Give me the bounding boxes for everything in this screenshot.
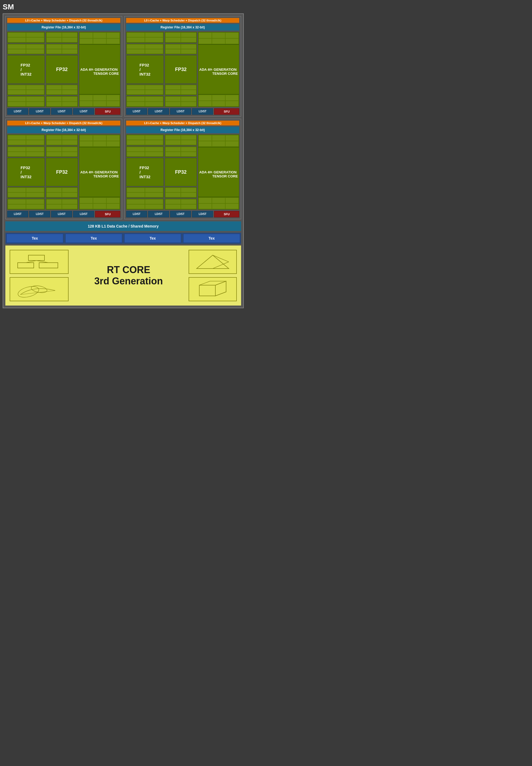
ldst-16: LD/ST — [192, 211, 213, 217]
fp32-unit — [46, 32, 78, 43]
sfu-4: SFU — [214, 211, 239, 217]
ldst-3: LD/ST — [51, 108, 72, 115]
tensor-label-3: ADA 4thGENERATIONTENSOR CORE — [79, 147, 120, 197]
rt-diagram-svg-2 — [12, 280, 66, 298]
bottom-row-3: LD/ST LD/ST LD/ST LD/ST SFU — [7, 211, 120, 217]
fp32-int32-col-1: FP32/INT32 — [7, 32, 45, 107]
tensor-col-2: ADA 4thGENERATIONTENSOR CORE — [198, 32, 239, 107]
compute-area-4: FP32/INT32 FP32 ADA 4thGENERATIONTENSOR … — [126, 134, 239, 210]
sm-outer-border: L0 i-Cache + Warp Scheduler + Dispatch (… — [3, 13, 244, 308]
fp32-unit — [46, 96, 78, 107]
quad-grid: L0 i-Cache + Warp Scheduler + Dispatch (… — [5, 16, 241, 219]
svg-marker-12 — [215, 281, 226, 296]
fp32int32-unit — [7, 32, 45, 43]
l0-bar-2: L0 i-Cache + Warp Scheduler + Dispatch (… — [126, 18, 239, 23]
fp32int32-unit — [7, 44, 45, 55]
fp32-label-3: FP32 — [46, 158, 78, 186]
reg-file-3: Register File (16,384 x 32-bit) — [7, 127, 120, 133]
fp32int32-label-3: FP32/INT32 — [7, 158, 45, 186]
l1-cache-bar: 128 KB L1 Data Cache / Shared Memory — [5, 221, 241, 231]
rt-diagram-svg-1 — [12, 252, 66, 271]
sfu-1: SFU — [95, 108, 120, 115]
svg-line-7 — [20, 290, 55, 294]
fp32-label-4: FP32 — [165, 158, 197, 186]
fp32-unit — [46, 44, 78, 55]
rt-core-title: RT CORE 3rd Generation — [69, 264, 189, 287]
ldst-12: LD/ST — [73, 211, 94, 217]
svg-line-4 — [36, 260, 48, 263]
fp32-label: FP32 — [46, 55, 78, 84]
l0-bar-3: L0 i-Cache + Warp Scheduler + Dispatch (… — [7, 121, 120, 125]
rt-diagram-2 — [10, 277, 69, 301]
compute-area-1: FP32/INT32 FP32 ADA — [7, 32, 120, 107]
svg-line-3 — [26, 260, 36, 263]
fp32int32-label-2: FP32/INT32 — [126, 55, 164, 84]
fp32-label-2: FP32 — [165, 55, 197, 84]
ldst-11: LD/ST — [51, 211, 72, 217]
sm-title: SM — [3, 3, 244, 11]
sub-proc-3: L0 i-Cache + Warp Scheduler + Dispatch (… — [5, 119, 122, 219]
rt-diagrams-right — [189, 250, 237, 301]
ldst-10: LD/ST — [29, 211, 50, 217]
fp32int32-unit — [7, 84, 45, 95]
l0-bar-4: L0 i-Cache + Warp Scheduler + Dispatch (… — [126, 121, 239, 125]
compute-area-2: FP32/INT32 FP32 ADA 4thGENERATIONTENSOR … — [126, 32, 239, 107]
rt-diagram-4 — [189, 277, 237, 301]
ldst-5: LD/ST — [126, 108, 147, 115]
ldst-8: LD/ST — [192, 108, 213, 115]
svg-line-10 — [213, 262, 229, 268]
reg-file-1: Register File (16,384 x 32-bit) — [7, 24, 120, 31]
ldst-13: LD/ST — [126, 211, 147, 217]
svg-rect-0 — [28, 255, 44, 260]
sm-container: SM L0 i-Cache + Warp Scheduler + Dispatc… — [3, 3, 244, 308]
svg-point-5 — [17, 284, 40, 298]
ldst-15: LD/ST — [170, 211, 191, 217]
tensor-col-1: ADA 4thGENERATIONTENSOR CORE — [79, 32, 120, 107]
sfu-3: SFU — [95, 211, 120, 217]
fp32-col-1: FP32 — [46, 32, 78, 107]
ldst-14: LD/ST — [148, 211, 169, 217]
ldst-9: LD/ST — [7, 211, 28, 217]
svg-line-9 — [213, 255, 229, 262]
rt-diagram-1 — [10, 250, 69, 274]
ldst-2: LD/ST — [29, 108, 50, 115]
reg-file-2: Register File (16,384 x 32-bit) — [126, 24, 239, 31]
rt-core-section: RT CORE 3rd Generation — [5, 245, 241, 305]
svg-rect-2 — [39, 263, 58, 268]
sub-proc-2: L0 i-Cache + Warp Scheduler + Dispatch (… — [124, 16, 241, 117]
bottom-row-2: LD/ST LD/ST LD/ST LD/ST SFU — [126, 108, 239, 115]
l0-bar-1: L0 i-Cache + Warp Scheduler + Dispatch (… — [7, 18, 120, 23]
ldst-6: LD/ST — [148, 108, 169, 115]
tex-row: Tex Tex Tex Tex — [5, 233, 241, 244]
fp32-unit — [46, 84, 78, 95]
tex-cell-1: Tex — [6, 234, 63, 243]
tensor-label: ADA 4thGENERATIONTENSOR CORE — [79, 44, 120, 94]
svg-rect-11 — [199, 285, 215, 296]
sfu-2: SFU — [214, 108, 239, 115]
tensor-label-4: ADA 4thGENERATIONTENSOR CORE — [198, 147, 239, 197]
tensor-unit-bottom — [79, 94, 120, 107]
fp32int32-unit — [7, 96, 45, 107]
ldst-4: LD/ST — [73, 108, 94, 115]
fp32int32-label: FP32/INT32 — [7, 55, 45, 84]
rt-diagram-svg-3 — [191, 252, 234, 271]
bottom-row-1: LD/ST LD/ST LD/ST LD/ST SFU — [7, 108, 120, 115]
tensor-label-2: ADA 4thGENERATIONTENSOR CORE — [198, 44, 239, 94]
compute-area-3: FP32/INT32 FP32 ADA 4thGENERATIONTENSOR … — [7, 134, 120, 210]
svg-rect-1 — [18, 263, 34, 268]
bottom-row-4: LD/ST LD/ST LD/ST LD/ST SFU — [126, 211, 239, 217]
ldst-7: LD/ST — [170, 108, 191, 115]
tex-cell-2: Tex — [65, 234, 122, 243]
rt-diagram-3 — [189, 250, 237, 274]
sub-proc-4: L0 i-Cache + Warp Scheduler + Dispatch (… — [124, 119, 241, 219]
fp32-col-2: FP32 — [165, 32, 197, 107]
sub-proc-1: L0 i-Cache + Warp Scheduler + Dispatch (… — [5, 16, 122, 117]
fp32int32-label-4: FP32/INT32 — [126, 158, 164, 186]
tex-cell-4: Tex — [183, 234, 240, 243]
rt-diagram-svg-4 — [191, 280, 234, 298]
fp32-int32-col-2: FP32/INT32 — [126, 32, 164, 107]
svg-line-13 — [199, 281, 210, 285]
ldst-1: LD/ST — [7, 108, 28, 115]
reg-file-4: Register File (16,384 x 32-bit) — [126, 127, 239, 133]
svg-marker-8 — [197, 255, 229, 268]
